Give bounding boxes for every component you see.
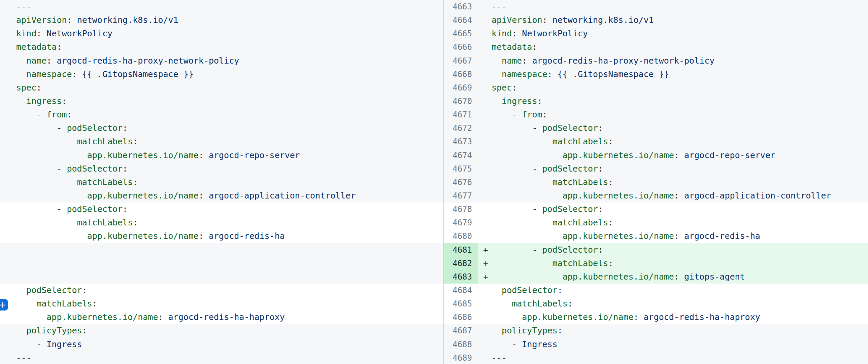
yaml-punctuation: : — [158, 312, 168, 322]
new-line-number[interactable]: 4669 — [444, 81, 478, 95]
old-code-cell: spec: — [0, 81, 444, 95]
diff-row: kind: NetworkPolicy4665kind: NetworkPoli… — [0, 27, 868, 40]
yaml-punctuation: - — [16, 204, 67, 214]
new-line-number[interactable]: 4664 — [444, 13, 478, 27]
new-line-number[interactable]: 4685 — [444, 297, 478, 310]
yaml-punctuation: : — [598, 123, 603, 133]
yaml-punctuation: : — [123, 123, 128, 133]
new-line-number[interactable]: 4676 — [444, 176, 478, 189]
yaml-key: podSelector — [67, 123, 123, 133]
yaml-punctuation: : — [92, 299, 97, 308]
yaml-value: argocd-redis-ha-haproxy — [644, 312, 760, 322]
yaml-punctuation — [492, 218, 553, 227]
new-line-number[interactable]: 4675 — [444, 162, 478, 176]
yaml-punctuation: : — [199, 151, 209, 160]
yaml-key: app.kubernetes.io/name — [563, 231, 674, 241]
new-line-number[interactable]: 4686 — [444, 310, 478, 324]
yaml-punctuation: - — [492, 339, 522, 349]
yaml-key: podSelector — [67, 164, 123, 174]
diff-added-marker — [478, 297, 492, 310]
diff-added-marker — [478, 54, 492, 68]
new-line-number[interactable]: 4663 — [444, 0, 478, 13]
new-line-number[interactable]: 4688 — [444, 338, 478, 351]
yaml-punctuation — [16, 137, 77, 146]
new-line-number[interactable]: 4680 — [444, 229, 478, 243]
new-line-number[interactable]: 4672 — [444, 122, 478, 135]
old-code-cell: - Ingress — [0, 338, 444, 351]
yaml-punctuation — [492, 272, 563, 282]
yaml-punctuation — [492, 137, 553, 146]
new-line-number[interactable]: 4665 — [444, 27, 478, 40]
new-code-cell: - podSelector: — [492, 162, 868, 176]
yaml-value: gitops-agent — [684, 272, 745, 282]
new-line-number[interactable]: 4683 — [444, 270, 478, 284]
yaml-value: argocd-redis-ha-haproxy — [168, 312, 285, 322]
yaml-key: podSelector — [26, 285, 82, 295]
new-code-cell: matchLabels: — [492, 297, 868, 310]
new-line-number[interactable]: 4673 — [444, 135, 478, 148]
yaml-value: argocd-repo-server — [684, 151, 775, 160]
yaml-punctuation: : — [674, 272, 684, 282]
diff-row: matchLabels:4676 matchLabels: — [0, 176, 868, 189]
new-line-number[interactable]: 4679 — [444, 216, 478, 229]
new-line-number[interactable]: 4687 — [444, 324, 478, 337]
new-code-cell: podSelector: — [492, 284, 868, 297]
new-code-cell: ingress: — [492, 95, 868, 108]
yaml-key: kind — [492, 29, 512, 38]
new-line-number[interactable]: 4677 — [444, 189, 478, 202]
diff-added-marker — [478, 108, 492, 122]
yaml-punctuation: : — [674, 231, 684, 241]
diff-added-marker: + — [478, 243, 492, 257]
new-line-number[interactable]: 4671 — [444, 108, 478, 122]
new-code-cell: matchLabels: — [492, 216, 868, 229]
new-line-number[interactable]: 4667 — [444, 54, 478, 68]
new-code-cell: - Ingress — [492, 338, 868, 351]
yaml-punctuation: : — [674, 151, 684, 160]
diff-row: - from:4671 - from: — [0, 108, 868, 122]
new-line-number[interactable]: 4684 — [444, 284, 478, 297]
new-line-number[interactable]: 4670 — [444, 95, 478, 108]
old-code-cell: policyTypes: — [0, 324, 444, 337]
new-line-number[interactable]: 4682 — [444, 257, 478, 270]
yaml-key: podSelector — [67, 204, 123, 214]
diff-added-marker: + — [478, 270, 492, 284]
new-line-number[interactable]: 4666 — [444, 40, 478, 54]
diff-added-marker — [478, 40, 492, 54]
yaml-key: podSelector — [542, 245, 598, 255]
yaml-punctuation — [492, 69, 502, 79]
diff-row: 4683+ app.kubernetes.io/name: gitops-age… — [0, 270, 868, 284]
yaml-key: matchLabels — [77, 177, 133, 187]
yaml-punctuation: : — [199, 191, 209, 200]
new-line-number[interactable]: 4668 — [444, 68, 478, 81]
yaml-punctuation: : — [62, 96, 67, 106]
new-code-cell: --- — [492, 351, 868, 364]
diff-row: metadata:4666metadata: — [0, 40, 868, 54]
new-line-number[interactable]: 4681 — [444, 243, 478, 257]
yaml-punctuation: : — [133, 177, 138, 187]
yaml-key: metadata — [16, 42, 57, 52]
diff-added-marker — [478, 135, 492, 148]
diff-row: - podSelector:4672 - podSelector: — [0, 122, 868, 135]
yaml-punctuation: - — [16, 164, 67, 174]
yaml-key: podSelector — [542, 164, 598, 174]
yaml-value: Ingress — [522, 339, 557, 349]
yaml-punctuation: : — [199, 231, 209, 241]
diff-row: app.kubernetes.io/name: argocd-repo-serv… — [0, 149, 868, 162]
new-line-number[interactable]: 4678 — [444, 202, 478, 216]
add-line-comment-button[interactable]: + — [0, 299, 8, 310]
new-line-number[interactable]: 4674 — [444, 149, 478, 162]
yaml-key: matchLabels — [36, 299, 92, 308]
yaml-value: argocd-redis-ha-proxy-network-policy — [57, 56, 239, 66]
yaml-punctuation: - — [492, 123, 542, 133]
yaml-punctuation — [492, 258, 553, 268]
yaml-punctuation: --- — [16, 2, 31, 11]
yaml-punctuation — [16, 326, 26, 335]
yaml-key: name — [26, 56, 46, 66]
yaml-punctuation: : — [512, 83, 517, 93]
yaml-key: kind — [16, 29, 36, 38]
new-code-cell: app.kubernetes.io/name: argocd-redis-ha-… — [492, 310, 868, 324]
yaml-punctuation: - — [492, 110, 522, 120]
yaml-punctuation: : — [674, 191, 684, 200]
new-code-cell: kind: NetworkPolicy — [492, 27, 868, 40]
new-line-number[interactable]: 4689 — [444, 351, 478, 364]
